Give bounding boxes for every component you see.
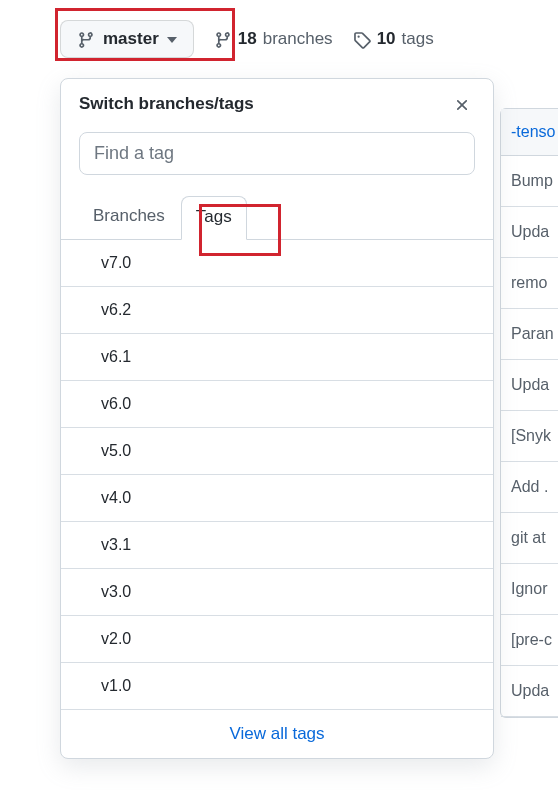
tag-item[interactable]: v2.0	[61, 616, 493, 663]
caret-down-icon	[167, 29, 177, 49]
bg-row[interactable]: Upda	[501, 666, 558, 717]
tags-link[interactable]: 10 tags	[353, 29, 434, 49]
git-branch-icon	[214, 29, 232, 49]
tab-branches[interactable]: Branches	[79, 196, 179, 240]
tag-item[interactable]: v4.0	[61, 475, 493, 522]
close-button[interactable]	[449, 91, 475, 118]
tag-item[interactable]: v3.1	[61, 522, 493, 569]
bg-row[interactable]: Add .	[501, 462, 558, 513]
view-all-tags-link[interactable]: View all tags	[61, 710, 493, 758]
bg-row[interactable]: Ignor	[501, 564, 558, 615]
tag-item[interactable]: v7.0	[61, 240, 493, 287]
bg-row[interactable]: Bump	[501, 156, 558, 207]
background-file-table: -tenso Bump Upda remo Paran Upda [Snyk A…	[500, 108, 558, 718]
tag-list: v7.0 v6.2 v6.1 v6.0 v5.0 v4.0 v3.1 v3.0 …	[61, 240, 493, 710]
tag-item[interactable]: v6.0	[61, 381, 493, 428]
bg-row[interactable]: Upda	[501, 360, 558, 411]
tab-bar: Branches Tags	[61, 195, 493, 240]
search-wrap	[61, 126, 493, 185]
bg-row[interactable]: [pre-c	[501, 615, 558, 666]
dropdown-header: Switch branches/tags	[61, 79, 493, 126]
bg-table-header[interactable]: -tenso	[501, 109, 558, 156]
branches-link[interactable]: 18 branches	[214, 29, 333, 49]
tag-item[interactable]: v6.1	[61, 334, 493, 381]
bg-row[interactable]: git at	[501, 513, 558, 564]
tag-item[interactable]: v6.2	[61, 287, 493, 334]
tag-item[interactable]: v3.0	[61, 569, 493, 616]
dropdown-title: Switch branches/tags	[79, 94, 254, 114]
branch-tag-dropdown: Switch branches/tags Branches Tags v7.0 …	[60, 78, 494, 759]
bg-row[interactable]: Paran	[501, 309, 558, 360]
close-icon	[453, 96, 471, 114]
git-branch-icon	[77, 29, 95, 49]
tag-icon	[353, 29, 371, 49]
branches-count: 18	[238, 29, 257, 49]
top-bar: master 18 branches 10 tags	[0, 0, 558, 58]
bg-row[interactable]: [Snyk	[501, 411, 558, 462]
tags-label: tags	[402, 29, 434, 49]
bg-row[interactable]: Upda	[501, 207, 558, 258]
tag-item[interactable]: v1.0	[61, 663, 493, 710]
tag-item[interactable]: v5.0	[61, 428, 493, 475]
tag-search-input[interactable]	[79, 132, 475, 175]
tab-tags[interactable]: Tags	[181, 196, 247, 240]
tags-count: 10	[377, 29, 396, 49]
branches-label: branches	[263, 29, 333, 49]
bg-row[interactable]: remo	[501, 258, 558, 309]
branch-selector-button[interactable]: master	[60, 20, 194, 58]
current-branch-name: master	[103, 29, 159, 49]
